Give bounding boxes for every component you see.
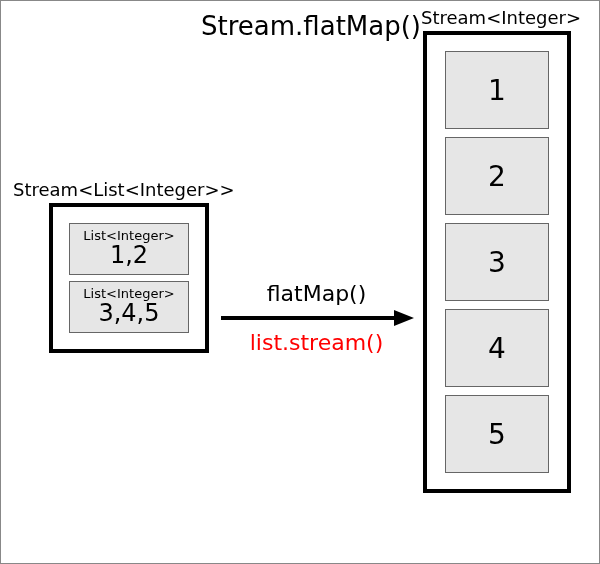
svg-marker-1: [394, 310, 414, 326]
source-stream-box: List<Integer> 1,2 List<Integer> 3,4,5: [49, 203, 209, 353]
source-list-item: List<Integer> 1,2: [69, 223, 189, 275]
source-list-values: 3,4,5: [74, 301, 184, 326]
flatmap-arrow: flatMap() list.stream(): [219, 281, 414, 355]
source-list-item: List<Integer> 3,4,5: [69, 281, 189, 333]
arrow-bottom-label: list.stream(): [219, 330, 414, 355]
source-type-label: Stream<List<Integer>>: [13, 179, 235, 200]
destination-item: 5: [445, 395, 549, 473]
arrow-icon: [219, 308, 414, 328]
destination-type-label: Stream<Integer>: [421, 7, 581, 28]
destination-item: 3: [445, 223, 549, 301]
destination-stream-box: 1 2 3 4 5: [423, 31, 571, 493]
arrow-top-label: flatMap(): [219, 281, 414, 306]
destination-item: 4: [445, 309, 549, 387]
diagram-title: Stream.flatMap(): [1, 11, 421, 41]
destination-item: 2: [445, 137, 549, 215]
diagram-canvas: Stream.flatMap() Stream<List<Integer>> L…: [0, 0, 600, 564]
destination-item: 1: [445, 51, 549, 129]
source-list-values: 1,2: [74, 243, 184, 268]
